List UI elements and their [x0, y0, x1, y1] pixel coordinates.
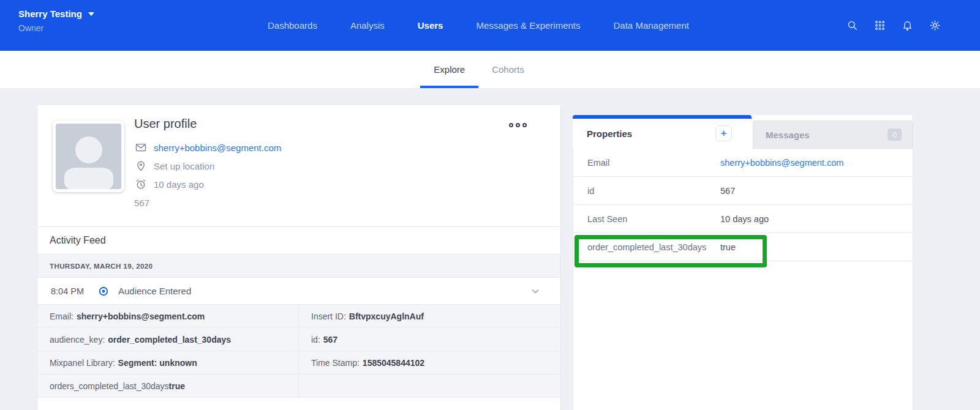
project-name[interactable]: Sherry Testing [18, 9, 82, 19]
detail-cell-email: Email:sherry+bobbins@segment.com [37, 305, 299, 328]
property-key: order_completed_last_30days [573, 242, 720, 252]
detail-cell-insert-id: Insert ID:BftvpxcuyAglnAuf [299, 305, 560, 328]
event-detail-table: Email:sherry+bobbins@segment.com Insert … [37, 305, 560, 398]
tab-messages-label: Messages [766, 130, 810, 140]
property-row-email: Email sherry+bobbins@segment.com [573, 149, 913, 177]
property-key: id [573, 186, 720, 196]
avatar [53, 121, 124, 192]
add-property-button[interactable]: + [715, 125, 732, 141]
detail-cell-id: id:567 [299, 328, 560, 351]
explore-cohorts-tabbar: Explore Cohorts [0, 51, 980, 89]
audience-event-icon [99, 286, 108, 296]
messages-count-badge: 0 [888, 129, 902, 141]
profile-title: User profile [134, 117, 281, 131]
detail-cell-mixpanel-library: Mixpanel Library:Segment: unknown [37, 351, 299, 375]
tab-explore[interactable]: Explore [420, 51, 478, 88]
tab-cohorts[interactable]: Cohorts [478, 51, 538, 88]
detail-cell-audience-key: audience_key:order_completed_last_30days [37, 328, 299, 351]
detail-cell-orders-completed: orders_completed_last_30daystrue [37, 375, 299, 398]
activity-date-header: THURSDAY, MARCH 19, 2020 [37, 255, 560, 278]
collapse-chevron-icon[interactable] [531, 287, 540, 296]
property-value: 567 [720, 186, 735, 196]
property-row-order-completed: order_completed_last_30days true [573, 233, 913, 261]
detail-cell-empty [299, 375, 560, 398]
nav-item-analysis[interactable]: Analysis [350, 20, 385, 31]
tab-properties-label: Properties [587, 129, 632, 139]
property-row-id: id 567 [573, 177, 913, 205]
nav-item-dashboards[interactable]: Dashboards [268, 20, 317, 31]
property-value: true [720, 242, 736, 252]
project-switcher[interactable]: Sherry Testing Owner [18, 9, 94, 33]
clock-icon [134, 177, 148, 191]
top-navigation-bar: Sherry Testing Owner Dashboards Analysis… [0, 0, 980, 51]
location-pin-icon [134, 159, 148, 173]
tab-cohorts-label: Cohorts [492, 64, 524, 75]
bell-icon[interactable] [902, 20, 913, 31]
activity-feed-header: Activity Feed [37, 227, 560, 255]
user-profile-card: User profile sherry+bobbins@segment.com … [37, 104, 561, 410]
event-time: 8:04 PM [51, 286, 99, 296]
property-value: 10 days ago [720, 214, 769, 224]
properties-table: Email sherry+bobbins@segment.com id 567 … [573, 149, 913, 261]
property-value-email-link[interactable]: sherry+bobbins@segment.com [720, 158, 843, 168]
tab-messages[interactable]: Messages 0 [753, 121, 913, 149]
event-name: Audience Entered [118, 286, 191, 296]
property-row-last-seen: Last Seen 10 days ago [573, 205, 913, 233]
search-icon[interactable] [846, 20, 858, 31]
property-key: Last Seen [573, 214, 720, 224]
apps-grid-icon[interactable] [874, 20, 886, 31]
activity-feed-title: Activity Feed [50, 235, 106, 246]
envelope-icon [134, 141, 148, 154]
tab-properties[interactable]: Properties + [573, 119, 752, 149]
chevron-down-icon [88, 12, 94, 16]
nav-item-users[interactable]: Users [418, 20, 443, 31]
activity-event-row[interactable]: 8:04 PM Audience Entered [37, 278, 560, 305]
profile-id: 567 [134, 198, 149, 208]
nav-item-data-management[interactable]: Data Management [614, 20, 689, 31]
detail-cell-timestamp: Time Stamp:1585045844102 [299, 351, 560, 375]
nav-item-messages-experiments[interactable]: Messages & Experiments [476, 20, 580, 31]
more-options-icon[interactable] [509, 123, 527, 127]
profile-section: User profile sherry+bobbins@segment.com … [37, 105, 560, 227]
profile-location[interactable]: Set up location [154, 161, 214, 171]
tab-explore-label: Explore [434, 64, 465, 75]
main-nav: Dashboards Analysis Users Messages & Exp… [268, 0, 689, 51]
top-icon-group [846, 0, 941, 51]
activity-date-label: THURSDAY, MARCH 19, 2020 [50, 263, 153, 270]
property-key: Email [573, 158, 720, 168]
profile-email-link[interactable]: sherry+bobbins@segment.com [154, 143, 281, 153]
gear-icon[interactable] [929, 20, 941, 31]
user-role-label: Owner [18, 23, 94, 33]
profile-last-seen: 10 days ago [154, 179, 204, 190]
properties-panel: Properties + Messages 0 Email sherry+bob… [573, 115, 913, 410]
